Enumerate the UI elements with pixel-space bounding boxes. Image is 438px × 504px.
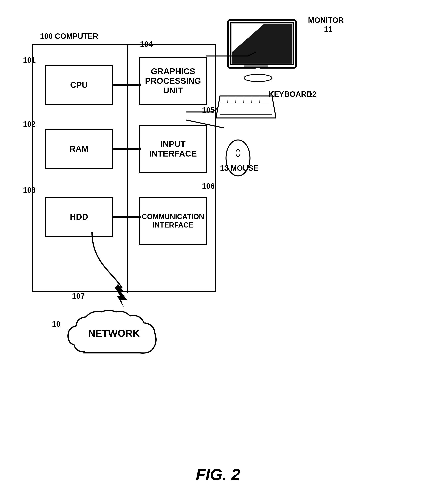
monitor-icon	[224, 16, 300, 85]
diagram: MONITOR 11 12 100 COMPUTER CPU	[12, 12, 424, 488]
gpu-label: GRAPHICS PROCESSING UNIT	[145, 67, 201, 95]
cpu-label: CPU	[70, 80, 88, 90]
mouse-label: 13 MOUSE	[220, 164, 258, 172]
svg-marker-12	[216, 96, 276, 118]
keyboard-icon: KEYBOARD	[216, 92, 276, 123]
ref-107: 107	[72, 292, 85, 300]
input-label: INPUT INTERFACE	[149, 139, 197, 159]
ref-10: 10	[52, 320, 60, 329]
ref-102: 102	[23, 120, 36, 129]
svg-text:NETWORK: NETWORK	[88, 328, 140, 339]
ram-box: RAM	[45, 129, 113, 169]
ram-label: RAM	[69, 144, 88, 154]
ref-101: 101	[23, 56, 36, 64]
monitor-num: 11	[324, 25, 332, 33]
computer-label: 100 COMPUTER	[40, 32, 98, 41]
hdd-label: HDD	[70, 212, 88, 222]
comm-label: COMMUNICATION INTERFACE	[142, 213, 204, 229]
ref-103: 103	[23, 186, 36, 194]
figure-caption: FIG. 2	[196, 465, 240, 484]
network-icon: NETWORK	[64, 308, 164, 373]
input-bus-right	[127, 148, 141, 150]
mouse-icon: 13 MOUSE	[224, 138, 252, 179]
gpu-bus-right	[127, 84, 141, 86]
hdd-box: HDD	[45, 197, 113, 237]
cpu-box: CPU	[45, 65, 113, 105]
ref-104: 104	[140, 40, 153, 49]
svg-point-23	[236, 149, 240, 157]
monitor-label: MONITOR	[308, 16, 344, 25]
comm-interface-box: COMMUNICATION INTERFACE	[139, 197, 207, 245]
keyboard-label: KEYBOARD	[269, 90, 312, 98]
bus-vertical	[127, 45, 128, 293]
comm-bus-right	[127, 216, 141, 218]
gpu-box: GRAPHICS PROCESSING UNIT	[139, 57, 207, 105]
svg-point-5	[244, 74, 272, 82]
svg-rect-6	[244, 65, 268, 67]
computer-box: CPU RAM HDD GRAPHICS PROCESSING UNIT INP…	[32, 44, 216, 292]
input-interface-box: INPUT INTERFACE	[139, 125, 207, 173]
ref-106: 106	[202, 182, 215, 191]
ref-105: 105	[202, 106, 215, 115]
